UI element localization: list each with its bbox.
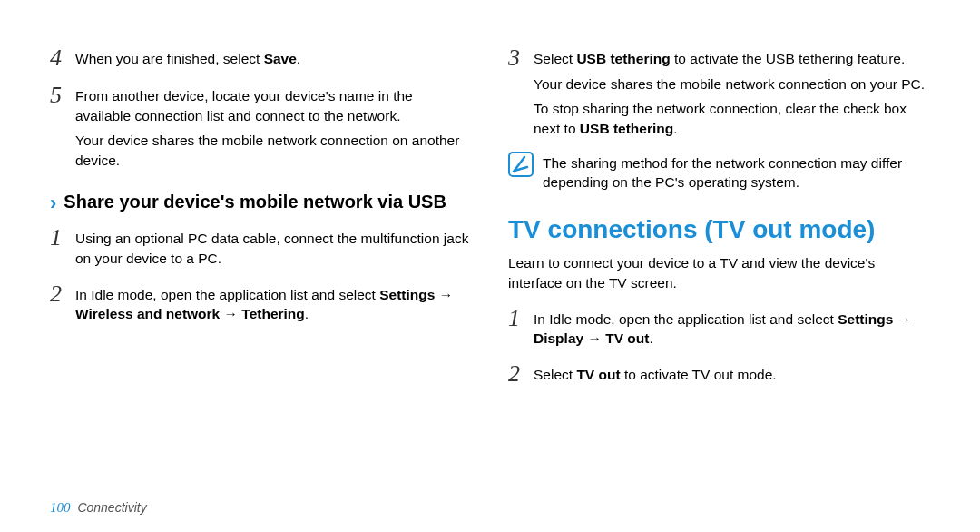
step-number: 5 — [50, 83, 75, 171]
usb-step-2: 2 In Idle mode, open the application lis… — [50, 281, 472, 324]
tv-heading: TV connections (TV out mode) — [508, 215, 930, 244]
step-number: 1 — [50, 225, 75, 268]
right-column: 3 Select USB tethering to activate the U… — [508, 45, 930, 399]
step-4: 4 When you are finished, select Save. — [50, 45, 472, 70]
step-text: In Idle mode, open the application list … — [75, 281, 472, 324]
step-number: 3 — [508, 45, 534, 139]
note-text: The sharing method for the network conne… — [543, 152, 930, 192]
tv-step-2: 2 Select TV out to activate TV out mode. — [508, 361, 930, 386]
step-text: From another device, locate your device'… — [75, 83, 472, 171]
footer-section: Connectivity — [77, 500, 146, 515]
step-number: 1 — [508, 306, 534, 349]
note-icon — [508, 152, 534, 177]
step-number: 2 — [50, 281, 75, 324]
right-step-3: 3 Select USB tethering to activate the U… — [508, 45, 930, 139]
step-number: 4 — [50, 45, 75, 70]
section-title: Share your device's mobile network via U… — [64, 191, 446, 213]
left-column: 4 When you are finished, select Save. 5 … — [50, 45, 472, 399]
step-text: In Idle mode, open the application list … — [534, 306, 930, 349]
chevron-icon: › — [50, 191, 56, 217]
usb-step-1: 1 Using an optional PC data cable, conne… — [50, 225, 472, 268]
page-footer: 100 Connectivity — [50, 500, 147, 516]
step-text: When you are finished, select Save. — [75, 45, 300, 70]
section-header-usb: › Share your device's mobile network via… — [50, 191, 472, 217]
step-number: 2 — [508, 361, 534, 386]
note-block: The sharing method for the network conne… — [508, 152, 930, 192]
tv-intro: Learn to connect your device to a TV and… — [508, 253, 930, 292]
page-number: 100 — [50, 500, 71, 515]
step-text: Select USB tethering to activate the USB… — [534, 45, 930, 139]
step-5: 5 From another device, locate your devic… — [50, 83, 472, 171]
tv-step-1: 1 In Idle mode, open the application lis… — [508, 306, 930, 349]
step-text: Using an optional PC data cable, connect… — [75, 225, 472, 268]
step-text: Select TV out to activate TV out mode. — [534, 361, 777, 386]
